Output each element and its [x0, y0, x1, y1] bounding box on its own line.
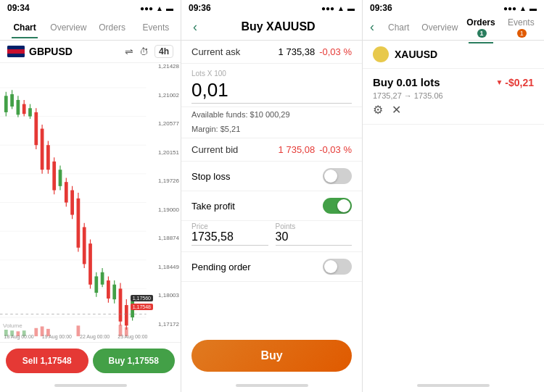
home-bar-1 [54, 384, 127, 387]
buy-button[interactable]: Buy 1,17558 [93, 349, 176, 373]
available-funds-label: Available funds: $10 000,29 [191, 110, 290, 119]
tab-chart-3[interactable]: Chart [379, 17, 419, 38]
stop-loss-label: Stop loss [191, 171, 230, 182]
available-funds-row: Available funds: $10 000,29 [181, 107, 362, 122]
current-bid-label: Current bid [191, 144, 238, 155]
price-value[interactable]: 1735,58 [191, 230, 268, 246]
time-2: 09:36 [189, 3, 211, 13]
chart-area[interactable]: 1,21428 1,21002 1,20577 1,20151 1,19726 … [0, 63, 181, 342]
tab-events-1[interactable]: Events [134, 17, 178, 38]
tab-overview-1[interactable]: Overview [46, 17, 90, 38]
back-button-3[interactable]: ‹ [366, 20, 379, 35]
tab-orders-3[interactable]: Orders 1 [461, 12, 500, 43]
pending-order-toggle[interactable] [323, 259, 352, 275]
time-1: 09:34 [7, 3, 30, 13]
order-pnl: ▼ -$0,21 [495, 77, 534, 88]
sell-button[interactable]: Sell 1,17548 [6, 349, 88, 373]
margin-value: $5,21 [221, 125, 241, 133]
home-indicator-2 [181, 379, 362, 392]
price-group: Price 1735,58 [191, 222, 268, 246]
status-bar-2: 09:36 ●●● ▲ ▬ [181, 0, 362, 14]
orders-panel: 09:36 ●●● ▲ ▬ ‹ Chart Overview Orders 1 … [363, 0, 544, 392]
wifi-icon-1: ▲ [156, 4, 163, 12]
order-item: Buy 0.01 lots ▼ -$0,21 1735,27 → 1735.06… [363, 69, 544, 125]
price-tag-dark: 1,17560 [131, 295, 153, 301]
orders-badge: 1 [477, 29, 487, 38]
battery-icon-2: ▬ [347, 4, 355, 12]
orders-instrument-name: XAUUSD [395, 49, 437, 60]
arrow-down-icon: ▼ [495, 78, 503, 86]
current-ask-label: Current ask [191, 46, 240, 57]
trade-buttons: Sell 1,17548 Buy 1,17558 [0, 342, 181, 379]
lots-value[interactable]: 0,01 [191, 79, 352, 104]
buy-main-button[interactable]: Buy [191, 340, 352, 372]
tab-orders-1[interactable]: Orders [91, 17, 134, 38]
home-indicator-1 [0, 379, 181, 392]
time-3: 09:36 [370, 3, 392, 13]
price-label: Price [191, 222, 268, 230]
order-pnl-value: -$0,21 [505, 77, 534, 88]
current-ask-row: Current ask 1 735,38 -0,03 % [181, 41, 362, 64]
order-form-panel: 09:36 ●●● ▲ ▬ ‹ Buy XAUUSD Current ask 1… [181, 0, 363, 392]
signal-icon-2: ●●● [321, 4, 334, 12]
order-prices: 1735,27 → 1735.06 [373, 91, 534, 100]
current-ask-change: -0,03 % [319, 46, 352, 57]
flag-icon-1 [7, 46, 25, 57]
nav-tabs-1: Chart Overview Orders Events [0, 14, 181, 41]
settings-icon[interactable]: ⚙ [373, 103, 383, 117]
take-profit-label: Take profit [191, 201, 235, 212]
price-labels: 1,21428 1,21002 1,20577 1,20151 1,19726 … [158, 63, 179, 328]
order-form-title: Buy XAUUSD [202, 17, 355, 38]
nav-tabs-3: ‹ Chart Overview Orders 1 Events 1 [363, 14, 544, 41]
date-labels: 18 Aug 00:00 19 Aug 00:00 22 Aug 00:00 2… [0, 330, 152, 342]
order-item-top: Buy 0.01 lots ▼ -$0,21 [373, 76, 534, 88]
current-bid-row: Current bid 1 735,08 -0,03 % [181, 138, 362, 162]
take-profit-toggle[interactable] [323, 198, 352, 214]
points-value[interactable]: 30 [276, 230, 353, 246]
instrument-name-1: GBPUSD [29, 46, 73, 57]
events-badge: 1 [517, 29, 527, 38]
tab-events-3[interactable]: Events 1 [501, 12, 541, 43]
xau-icon [373, 46, 389, 62]
signal-icon-1: ●●● [140, 4, 153, 12]
clock-icon: ⏱ [139, 46, 149, 57]
order-lots: Buy 0.01 lots [373, 76, 440, 88]
orders-instrument: XAUUSD [363, 41, 544, 69]
price-tag-red: 1,17548 [131, 304, 153, 310]
chart-type-icon[interactable]: ⇌ [125, 46, 133, 57]
lots-section: Lots X 100 0,01 [181, 64, 362, 107]
pending-order-row: Pending order [181, 252, 362, 282]
candlestick-chart [0, 63, 181, 342]
instrument-header-1: GBPUSD ⇌ ⏱ 4h [0, 41, 181, 63]
margin-row: Margin: $5,21 [181, 122, 362, 138]
chart-panel: 09:34 ●●● ▲ ▬ Chart Overview Orders Even… [0, 0, 181, 392]
current-ask-value: 1 735,38 [279, 46, 316, 57]
instrument-controls-1: ⇌ ⏱ 4h [125, 45, 173, 58]
wifi-icon-2: ▲ [337, 4, 345, 12]
stop-loss-row: Stop loss [181, 162, 362, 191]
margin-label: Margin: [191, 125, 218, 133]
current-bid-value: 1 735,08 [279, 144, 316, 155]
close-order-icon[interactable]: ✕ [392, 103, 401, 117]
current-bid-change: -0,03 % [319, 144, 352, 155]
order-nav: ‹ Buy XAUUSD [181, 14, 362, 41]
battery-icon-1: ▬ [166, 4, 173, 12]
tab-chart-1[interactable]: Chart [3, 17, 46, 38]
lots-sublabel: Lots X 100 [191, 70, 352, 78]
points-group: Points 30 [276, 222, 353, 246]
home-indicator-3 [363, 379, 544, 392]
tab-overview-3[interactable]: Overview [419, 17, 461, 38]
back-button-2[interactable]: ‹ [189, 20, 202, 35]
stop-loss-toggle[interactable] [323, 168, 352, 184]
status-icons-2: ●●● ▲ ▬ [321, 4, 355, 12]
status-bar-1: 09:34 ●●● ▲ ▬ [0, 0, 181, 14]
order-actions: ⚙ ✕ [373, 103, 534, 117]
price-points-row: Price 1735,58 Points 30 [181, 221, 362, 252]
take-profit-row: Take profit [181, 191, 362, 221]
timeframe-button[interactable]: 4h [154, 45, 173, 58]
home-bar-3 [417, 384, 490, 387]
home-bar-2 [236, 384, 308, 387]
instrument-info-1: GBPUSD [7, 46, 73, 57]
status-icons-1: ●●● ▲ ▬ [140, 4, 173, 12]
pending-order-label: Pending order [191, 262, 251, 272]
